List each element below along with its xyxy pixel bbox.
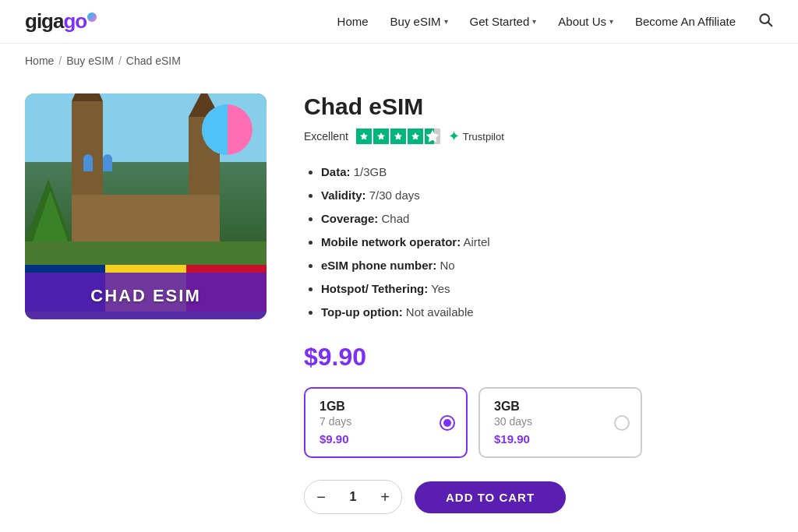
logo-dot-icon (87, 12, 97, 22)
plan-price: $9.90 (320, 432, 452, 446)
radio-outer (614, 415, 630, 431)
nav-item-buy-esim[interactable]: Buy eSIM ▾ (390, 15, 448, 28)
plan-price: $19.90 (494, 432, 627, 446)
product-price: $9.90 (304, 343, 773, 372)
svg-line-1 (768, 23, 772, 26)
radio-outer (440, 415, 455, 431)
trustpilot-logo: ✦ Trustpilot (448, 128, 504, 145)
plan-radio (440, 415, 455, 431)
plan-radio (614, 415, 630, 431)
svg-marker-2 (360, 132, 368, 140)
star-4 (408, 129, 423, 144)
plan-options: 1GB 7 days $9.90 3GB 30 days $19.90 (304, 387, 773, 458)
plan-days: 30 days (494, 415, 627, 428)
svg-marker-5 (411, 132, 419, 140)
logo-giga: giga (25, 9, 63, 33)
nav-label-get-started: Get Started (470, 15, 530, 28)
svg-marker-4 (394, 132, 402, 140)
breadcrumb-sep: / (58, 55, 62, 67)
plan-days: 7 days (320, 415, 452, 428)
spec-item: Validity: 7/30 days (321, 184, 773, 207)
star-rating (356, 129, 440, 144)
radio-inner (443, 419, 451, 427)
quantity-control: − + (304, 480, 402, 514)
header: gigago Home Buy eSIM ▾ Get Started ▾ Abo… (0, 0, 798, 44)
logo-go: go (63, 9, 87, 33)
plan-name: 3GB (494, 400, 627, 414)
specs-list: Data: 1/3GBValidity: 7/30 daysCoverage: … (304, 160, 773, 324)
spec-item: eSIM phone number: No (321, 254, 773, 277)
add-to-cart-button[interactable]: ADD TO CART (415, 481, 566, 513)
star-1 (356, 129, 372, 144)
nav-item-about-us[interactable]: About Us ▾ (558, 15, 613, 28)
star-2 (373, 129, 389, 144)
chevron-down-icon: ▾ (444, 17, 448, 26)
plan-name: 1GB (320, 400, 452, 414)
nav-label-about-us: About Us (558, 15, 606, 28)
breadcrumb-current: Chad eSIM (126, 55, 181, 67)
product-details: Chad eSIM Excellent ✦ Trustpilot Data: 1… (304, 93, 773, 514)
search-button[interactable] (757, 12, 773, 31)
svg-marker-3 (377, 132, 385, 140)
trustpilot-label: Excellent (304, 130, 348, 143)
svg-marker-6 (425, 130, 439, 143)
deco-circle (202, 104, 252, 155)
star-3 (390, 129, 406, 144)
product-image-wrap: CHAD ESIM (25, 93, 267, 514)
cart-row: − + ADD TO CART (304, 480, 773, 514)
search-icon (757, 12, 773, 27)
spec-item: Coverage: Chad (321, 207, 773, 231)
spec-item: Top-up option: Not available (321, 301, 773, 324)
quantity-increase-button[interactable]: + (369, 481, 401, 513)
spec-item: Mobile network operator: Airtel (321, 231, 773, 254)
plan-card-0[interactable]: 1GB 7 days $9.90 (304, 387, 468, 458)
product-label: CHAD ESIM (25, 273, 267, 319)
product-image: CHAD ESIM (25, 93, 267, 319)
main-content: CHAD ESIM Chad eSIM Excellent ✦ Trustpil… (0, 78, 798, 532)
breadcrumb-buy-esim[interactable]: Buy eSIM (66, 55, 114, 67)
spec-item: Data: 1/3GB (321, 160, 773, 184)
nav-label-buy-esim: Buy eSIM (390, 15, 441, 28)
nav-item-get-started[interactable]: Get Started ▾ (470, 15, 537, 28)
quantity-decrease-button[interactable]: − (305, 481, 337, 513)
plan-card-1[interactable]: 3GB 30 days $19.90 (478, 387, 642, 458)
chevron-down-icon: ▾ (609, 17, 613, 26)
breadcrumb-sep-2: / (118, 55, 122, 67)
breadcrumb-home[interactable]: Home (25, 55, 54, 67)
nav-item-affiliate[interactable]: Become An Affiliate (635, 15, 736, 28)
main-nav: Home Buy eSIM ▾ Get Started ▾ About Us ▾… (337, 12, 773, 31)
trustpilot-row: Excellent ✦ Trustpilot (304, 128, 773, 145)
product-label-text: CHAD ESIM (90, 286, 200, 306)
breadcrumb: Home / Buy eSIM / Chad eSIM (0, 44, 798, 78)
trustpilot-brand: Trustpilot (463, 131, 504, 143)
logo[interactable]: gigago (25, 9, 97, 33)
spec-item: Hotspot/ Tethering: Yes (321, 277, 773, 301)
product-photo (25, 93, 267, 265)
nav-item-home[interactable]: Home (337, 15, 369, 28)
chevron-down-icon: ▾ (532, 17, 536, 26)
product-title: Chad eSIM (304, 93, 773, 120)
logo-text: gigago (25, 9, 97, 33)
quantity-input[interactable] (337, 490, 369, 504)
trustpilot-icon: ✦ (448, 128, 460, 145)
star-half (425, 129, 440, 144)
